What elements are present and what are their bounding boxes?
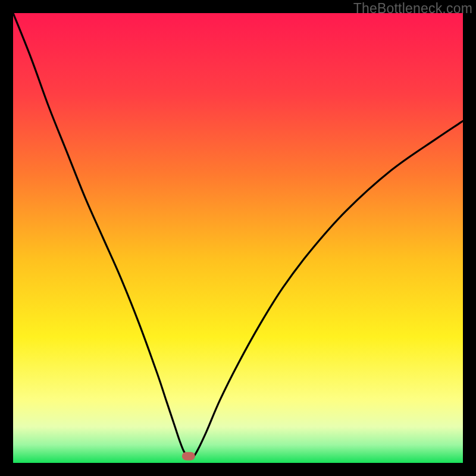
markers-layer	[182, 452, 195, 461]
minimum-marker	[182, 452, 195, 461]
plot-area	[13, 13, 463, 463]
chart-svg	[13, 13, 463, 463]
chart-frame: TheBottleneck.com	[0, 0, 476, 476]
gradient-background	[13, 13, 463, 463]
